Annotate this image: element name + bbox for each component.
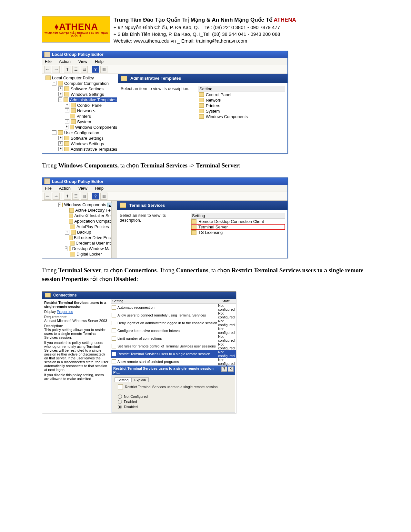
tree-item[interactable]: ActiveX Installer Se: [43, 213, 111, 218]
list-item[interactable]: Printers: [198, 103, 285, 108]
properties-link[interactable]: Properties: [57, 310, 73, 314]
folder-icon: [191, 225, 196, 229]
window-title: Local Group Policy Editor: [52, 179, 104, 184]
folder-icon: [120, 203, 126, 208]
folder-icon: [191, 219, 196, 224]
tree-item[interactable]: Application Compat: [43, 218, 111, 224]
help-button[interactable]: ?: [221, 366, 227, 372]
gpedit-window-2: Local Group Policy Editor File Action Vi…: [42, 177, 288, 258]
document-header: ♦ATHENA TRUNG TÂM ĐÀO TẠO QUẢN TRỊ MẠNG …: [42, 16, 369, 44]
tree-user-config[interactable]: −User Configuration: [43, 130, 117, 136]
list-item-terminal-server[interactable]: Terminal Server: [191, 224, 285, 230]
tree-windows-settings-2[interactable]: +Windows Settings: [43, 141, 117, 146]
app-icon: [44, 178, 50, 184]
list-button[interactable]: ☰: [72, 193, 79, 200]
tree-item[interactable]: Credential User Int: [43, 240, 111, 246]
props-button[interactable]: ▤: [81, 193, 88, 200]
menu-action[interactable]: Action: [59, 186, 71, 191]
radio-not-configured[interactable]: Not Configured: [118, 395, 232, 399]
tree-item[interactable]: BitLocker Drive Enc: [43, 235, 111, 240]
props-button[interactable]: ▤: [81, 66, 88, 73]
tree-root[interactable]: Local Computer Policy: [43, 75, 117, 81]
table-row[interactable]: Limit number of connectionsNot configure…: [111, 335, 236, 342]
tree-item[interactable]: AutoPlay Policies: [43, 224, 111, 229]
menu-file[interactable]: File: [45, 186, 52, 191]
tree-windows-components[interactable]: −Windows Components ▲: [43, 202, 111, 207]
folder-icon: [199, 109, 204, 113]
filter-button[interactable]: ▥: [100, 193, 107, 200]
menu-help[interactable]: Help: [95, 186, 104, 191]
help-button[interactable]: ?: [92, 66, 99, 73]
tree-printers[interactable]: Printers: [43, 114, 117, 119]
setting-title: Restrict Terminal Services users to a si…: [44, 301, 109, 308]
tree-computer-config[interactable]: −Computer Configuration: [43, 81, 117, 86]
radio-disabled[interactable]: Disabled: [118, 405, 232, 409]
list-item[interactable]: Control Panel: [198, 92, 285, 97]
menu-view[interactable]: View: [78, 186, 87, 191]
radio-enabled[interactable]: Enabled: [118, 400, 232, 404]
tree-windows-settings[interactable]: +Windows Settings: [43, 92, 117, 97]
tree-item[interactable]: Active Directory Fe: [43, 207, 111, 213]
forward-button[interactable]: ⇒: [53, 66, 60, 73]
menu-view[interactable]: View: [78, 59, 87, 64]
close-button[interactable]: ✕: [228, 366, 234, 372]
folder-icon: [121, 76, 127, 81]
menu-file[interactable]: File: [45, 59, 52, 64]
back-button[interactable]: ⇐: [44, 193, 51, 200]
list-button[interactable]: ☰: [72, 66, 79, 73]
menu-action[interactable]: Action: [59, 59, 71, 64]
back-button[interactable]: ⇐: [44, 66, 51, 73]
table-row[interactable]: Set rules for remote control of Terminal…: [111, 342, 236, 350]
tree-item[interactable]: Digital Locker: [43, 251, 111, 257]
folder-icon: [191, 230, 196, 235]
menu-help[interactable]: Help: [95, 59, 104, 64]
description-column: Select an item to view its description.: [121, 86, 195, 119]
tree-system[interactable]: +System: [43, 119, 117, 125]
table-row[interactable]: Deny logoff of an administrator logged i…: [111, 319, 236, 327]
menu-bar: File Action View Help: [42, 58, 287, 65]
tree-admin-templates[interactable]: −Administrative Templates: [43, 97, 117, 103]
list-item[interactable]: TS Licensing: [191, 230, 285, 235]
filter-button[interactable]: ▥: [100, 66, 107, 73]
help-button[interactable]: ?: [92, 193, 99, 200]
description-column: Select an item to view its description.: [120, 213, 187, 235]
tree-network[interactable]: +Network ↖: [43, 108, 117, 114]
list-item[interactable]: Remote Desktop Connection Client: [191, 219, 285, 224]
logo-subtitle: TRUNG TÂM ĐÀO TẠO QUẢN TRỊ MẠNG & AN NIN…: [42, 32, 110, 37]
column-header-state[interactable]: State: [220, 299, 236, 303]
table-row[interactable]: Configure keep-alive connection interval…: [111, 327, 236, 335]
menu-bar: File Action View Help: [42, 185, 287, 192]
tree-backup[interactable]: +Backup: [43, 229, 111, 235]
tree-software-settings-2[interactable]: +Software Settings: [43, 136, 117, 141]
tab-setting[interactable]: Setting: [115, 377, 131, 382]
tree-item[interactable]: +Desktop Window Ma: [43, 246, 111, 251]
properties-dialog: Restrict Terminal Services users to a si…: [112, 366, 235, 413]
instruction-text-2: Trong Terminal Server, ta chọn Connectio…: [42, 266, 369, 283]
table-row-selected[interactable]: Restrict Terminal Services users to a si…: [111, 350, 236, 358]
forward-button[interactable]: ⇒: [53, 193, 60, 200]
policy-icon: [118, 384, 123, 389]
content-pane: Terminal Services Select an item to view…: [117, 201, 287, 258]
up-button[interactable]: ⬆: [64, 193, 71, 200]
tree-pane: Local Computer Policy −Computer Configur…: [42, 74, 118, 153]
tree-software-settings[interactable]: +Software Settings: [43, 86, 117, 92]
column-header-setting[interactable]: Setting: [191, 213, 285, 219]
list-item[interactable]: Network: [198, 97, 285, 103]
table-row[interactable]: Automatic reconnectionNot configured: [111, 304, 236, 311]
tab-explain[interactable]: Explain: [131, 377, 149, 382]
up-button[interactable]: ⬆: [64, 66, 71, 73]
column-header-setting[interactable]: Setting: [111, 299, 220, 303]
scrollbar[interactable]: [112, 201, 117, 258]
tree-pane: −Windows Components ▲ Active Directory F…: [42, 201, 112, 258]
tree-admin-templates-2[interactable]: +Administrative Templates: [43, 146, 117, 152]
tree-windows-components[interactable]: +Windows Components: [43, 125, 117, 130]
scroll-up-icon[interactable]: ▲: [107, 203, 112, 207]
table-row[interactable]: Allow remote start of unlisted programsN…: [111, 358, 236, 366]
table-row[interactable]: Allow users to connect remotely using Te…: [111, 311, 236, 319]
list-item[interactable]: Windows Components: [198, 114, 285, 119]
column-header-setting[interactable]: Setting: [198, 86, 285, 92]
toolbar: ⇐ ⇒ ⬆ ☰ ▤ ? ▥: [42, 192, 287, 201]
tree-control-panel[interactable]: +Control Panel: [43, 103, 117, 108]
logo-text: ♦ATHENA: [54, 22, 98, 32]
list-item[interactable]: System: [198, 108, 285, 114]
